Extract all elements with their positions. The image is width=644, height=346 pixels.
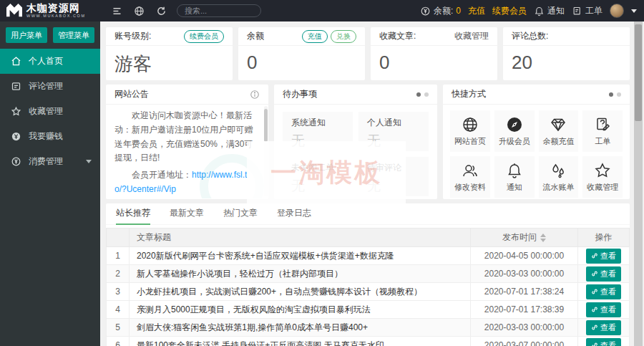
stats-row: 账号级别: 续费会员 游客 余额 充值 兑换 0 收藏文章: 收藏管 bbox=[106, 27, 630, 80]
star-icon bbox=[11, 106, 21, 117]
table-row: 5 剑眉大侠:猫客闲鱼实战班第1期,操作简单0成本单号日赚400+ 2020-0… bbox=[107, 319, 630, 337]
view-button[interactable]: 查看 bbox=[586, 266, 621, 282]
shortcut-upgrade-member[interactable]: 升级会员 bbox=[494, 110, 535, 152]
notifications-button[interactable]: 通知 bbox=[534, 5, 565, 17]
shortcut-label: 工单 bbox=[595, 136, 610, 147]
hamburger-icon bbox=[112, 6, 122, 16]
shortcut-favorites-manage[interactable]: 收藏管理 bbox=[582, 156, 623, 198]
shortcut-transaction-records[interactable]: 流水账单 bbox=[539, 156, 579, 198]
todo-personal-notices[interactable]: 个人通知 无 bbox=[358, 112, 429, 151]
sidebar-item-favorites[interactable]: 收藏管理 bbox=[0, 99, 100, 124]
page-scrollbar[interactable] bbox=[634, 21, 643, 346]
index-column-header bbox=[107, 229, 130, 247]
carousel-dot-2[interactable] bbox=[424, 92, 429, 97]
row-index: 3 bbox=[107, 283, 130, 301]
balance-display[interactable]: 余额: 0 bbox=[420, 5, 461, 17]
time-column-header[interactable]: 发布时间 bbox=[471, 229, 578, 247]
renew-membership-link[interactable]: 续费会员 bbox=[492, 5, 527, 17]
collapse-menu-button[interactable] bbox=[112, 6, 122, 16]
ticket-question-icon bbox=[594, 116, 611, 133]
publish-time: 2020-03-03 00:00:00 bbox=[471, 319, 578, 337]
work-order-button[interactable]: 工单 bbox=[572, 5, 602, 17]
carousel-dot-1[interactable] bbox=[416, 92, 421, 97]
tab-hot-articles[interactable]: 热门文章 bbox=[223, 203, 258, 225]
view-button[interactable]: 查看 bbox=[586, 320, 621, 335]
todo-open-tickets[interactable]: 未关闭工单 无 bbox=[283, 157, 353, 196]
shortcut-label: 修改资料 bbox=[454, 182, 486, 193]
shortcut-label: 通知 bbox=[507, 182, 522, 193]
view-button[interactable]: 查看 bbox=[586, 249, 621, 264]
recharge-badge[interactable]: 充值 bbox=[302, 30, 328, 43]
info-icon[interactable] bbox=[250, 90, 260, 100]
announcement-title: 网站公告 bbox=[114, 88, 149, 100]
announcement-scrollbar[interactable] bbox=[264, 106, 268, 196]
todo-label: 个人通知 bbox=[367, 117, 420, 129]
exchange-badge[interactable]: 兑换 bbox=[331, 30, 356, 43]
tab-recommended[interactable]: 站长推荐 bbox=[116, 203, 150, 225]
view-button[interactable]: 查看 bbox=[586, 302, 621, 317]
carousel-dots bbox=[609, 92, 621, 97]
link-icon bbox=[591, 342, 598, 346]
logo-title: 木咖资源网 bbox=[26, 3, 86, 13]
publish-time: 2020-04-05 00:00:00 bbox=[471, 247, 578, 265]
search-input[interactable] bbox=[177, 4, 261, 17]
sidebar-item-label: 我要赚钱 bbox=[29, 130, 63, 143]
sidebar-item-comments[interactable]: 评论管理 bbox=[0, 74, 100, 99]
carousel-dot-1[interactable] bbox=[609, 92, 613, 97]
spend-icon bbox=[11, 156, 21, 167]
tab-latest-articles[interactable]: 最新文章 bbox=[170, 203, 204, 225]
carousel-dot-2[interactable] bbox=[617, 92, 621, 97]
account-level-value: 游客 bbox=[106, 46, 233, 80]
view-button[interactable]: 查看 bbox=[586, 284, 621, 299]
article-title[interactable]: 剑眉大侠:猫客闲鱼实战班第1期,操作简单0成本单号日赚400+ bbox=[130, 319, 471, 337]
sidebar-item-home[interactable]: 个人首页 bbox=[0, 49, 100, 74]
todo-label: 待审评论 bbox=[367, 162, 420, 174]
todo-value: 无 bbox=[367, 132, 420, 150]
recharge-link[interactable]: 充值 bbox=[468, 5, 485, 17]
table-row: 6 最新100套全新未泛滥 手持身份证+正反面高清图 无马赛克无水印 2020-… bbox=[107, 337, 630, 346]
user-menu-caret-icon[interactable] bbox=[631, 9, 637, 13]
ticket-icon bbox=[572, 6, 582, 16]
article-title[interactable]: 2020新版代刷网平台卡密系统+自适应双端模板+供货渠道+数据克隆 bbox=[130, 247, 471, 265]
article-title[interactable]: 最新100套全新未泛滥 手持身份证+正反面高清图 无马赛克无水印 bbox=[130, 337, 471, 346]
language-button[interactable] bbox=[134, 6, 145, 16]
todo-value: 无 bbox=[291, 132, 344, 150]
sidebar-item-label: 消费管理 bbox=[29, 155, 63, 168]
todo-pending-comments[interactable]: 待审评论 无 bbox=[358, 157, 429, 196]
site-logo[interactable]: 木咖资源网 WWW.MUKABOX.COM bbox=[0, 0, 100, 21]
announcement-scroll-thumb[interactable] bbox=[264, 109, 268, 142]
user-avatar[interactable] bbox=[610, 4, 624, 18]
card-label: 收藏文章: bbox=[379, 30, 416, 42]
shortcut-site-home[interactable]: 网站首页 bbox=[450, 110, 490, 152]
card-favorite-articles: 收藏文章: 收藏管理 0 bbox=[371, 27, 497, 80]
shortcut-label: 余额充值 bbox=[542, 136, 574, 147]
shortcut-work-order[interactable]: 工单 bbox=[582, 110, 623, 152]
page-scroll-thumb[interactable] bbox=[635, 24, 642, 121]
article-title[interactable]: 亲测月入5000正规项目，无版权风险的淘宝虚拟项目暴利玩法 bbox=[130, 301, 471, 319]
shortcuts-title: 快捷方式 bbox=[452, 88, 486, 100]
renew-membership-badge[interactable]: 续费会员 bbox=[184, 30, 224, 43]
card-comment-total: 评论总数: 20 bbox=[503, 27, 630, 80]
article-title[interactable]: 新人零基础操作小说项目，轻松过万（社群内部项目） bbox=[130, 265, 471, 283]
sort-icon[interactable] bbox=[540, 234, 546, 242]
sidebar-item-label: 收藏管理 bbox=[29, 105, 63, 117]
article-title[interactable]: 小龙虾挂机项目，实战测试日赚200+，自动点赞赚钱脚本设计（视频教程） bbox=[130, 283, 471, 301]
row-index: 2 bbox=[107, 265, 130, 283]
favorite-articles-value: 0 bbox=[371, 46, 497, 80]
shortcuts-panel: 快捷方式 网站首页 升级会员 bbox=[443, 85, 630, 199]
refresh-button[interactable] bbox=[156, 6, 167, 16]
user-menu-tab-button[interactable]: 用户菜单 bbox=[6, 27, 47, 43]
compass-icon bbox=[506, 116, 523, 133]
sidebar-item-earn-money[interactable]: 我要赚钱 bbox=[0, 124, 100, 149]
shortcut-notifications[interactable]: 通知 bbox=[494, 156, 535, 198]
tab-login-log[interactable]: 登录日志 bbox=[277, 203, 311, 225]
sidebar-item-spending[interactable]: 消费管理 bbox=[0, 149, 100, 174]
favorites-manage-link[interactable]: 收藏管理 bbox=[454, 30, 489, 42]
shortcut-label: 流水账单 bbox=[542, 182, 574, 193]
todo-system-notices[interactable]: 系统通知 无 bbox=[283, 112, 353, 151]
shortcut-edit-profile[interactable]: 修改资料 bbox=[450, 156, 490, 198]
shortcut-balance-recharge[interactable]: 余额充值 bbox=[539, 110, 579, 152]
diamond-icon bbox=[550, 116, 567, 133]
view-button[interactable]: 查看 bbox=[586, 338, 621, 346]
admin-menu-tab-button[interactable]: 管理菜单 bbox=[53, 27, 94, 43]
